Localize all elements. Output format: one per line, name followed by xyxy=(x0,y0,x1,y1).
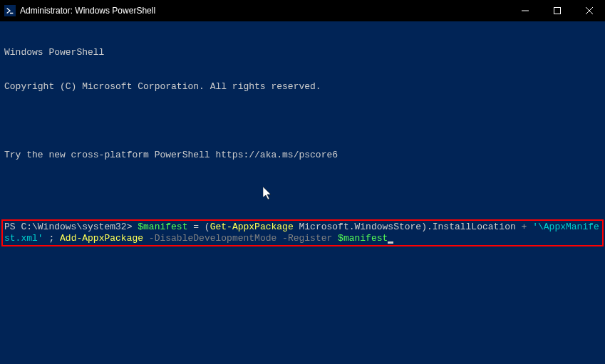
svg-rect-2 xyxy=(554,8,560,14)
header-line-1: Windows PowerShell xyxy=(4,47,601,58)
window-title: Administrator: Windows PowerShell xyxy=(20,6,155,16)
minimize-button[interactable] xyxy=(509,0,541,21)
text-cursor xyxy=(388,241,393,244)
cmdlet-get-appxpackage: Get-AppxPackage xyxy=(210,222,294,232)
header-line-2: Copyright (C) Microsoft Corporation. All… xyxy=(4,81,601,93)
command-highlight: PS C:\Windows\system32> $manifest = (Get… xyxy=(1,219,604,246)
close-paren: ).InstallLocation xyxy=(421,222,521,232)
titlebar-controls xyxy=(509,0,605,21)
close-button[interactable] xyxy=(573,0,605,21)
cmdlet-add-appxpackage: Add-AppxPackage xyxy=(60,233,143,244)
maximize-button[interactable] xyxy=(541,0,573,21)
semicolon: ; xyxy=(48,233,60,244)
powershell-icon xyxy=(4,5,16,16)
prompt: PS C:\Windows\system32> xyxy=(4,222,138,232)
argument-store: Microsoft.WindowsStore xyxy=(294,222,421,232)
titlebar-left: Administrator: Windows PowerShell xyxy=(4,5,155,16)
parameters: -DisableDevelopmentMode -Register xyxy=(143,233,338,244)
equals-open: = ( xyxy=(187,222,210,232)
variable-manifest-2: $manifest xyxy=(338,233,388,244)
variable-manifest: $manifest xyxy=(138,222,187,232)
header-line-3: Try the new cross-platform PowerShell ht… xyxy=(4,150,601,161)
terminal-content[interactable]: Windows PowerShell Copyright (C) Microso… xyxy=(0,21,605,261)
window-titlebar: Administrator: Windows PowerShell xyxy=(0,0,605,21)
